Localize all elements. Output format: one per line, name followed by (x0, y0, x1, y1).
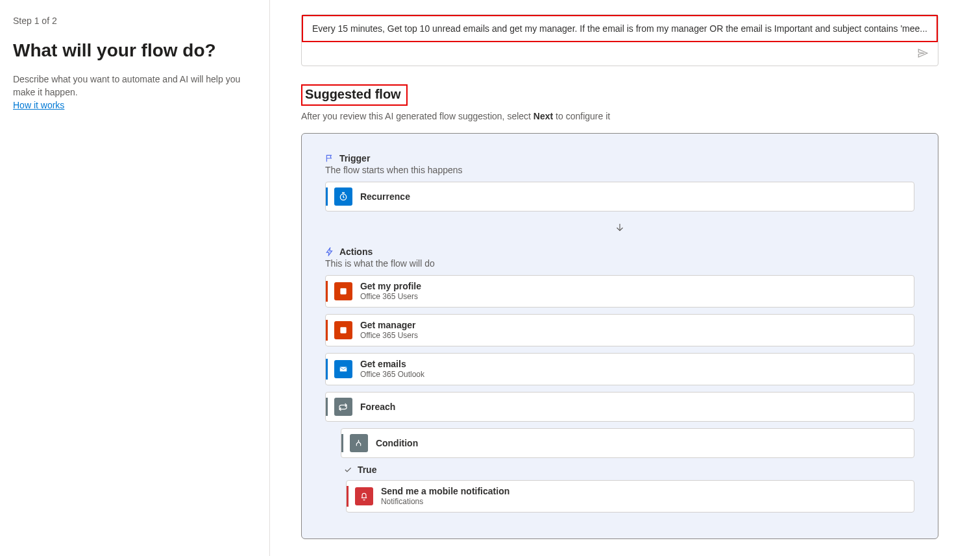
right-pane: Every 15 minutes, Get top 10 unread emai… (270, 0, 980, 556)
card-notification-title: Send me a mobile notification (381, 486, 509, 497)
outlook-icon (334, 360, 352, 378)
svg-rect-2 (340, 327, 346, 333)
condition-true-branch: True (343, 465, 914, 475)
loop-icon (334, 398, 352, 416)
trigger-label: Trigger (339, 153, 370, 163)
send-icon[interactable] (917, 47, 929, 59)
card-notification[interactable]: Send me a mobile notification Notificati… (346, 480, 914, 513)
card-get-emails[interactable]: Get emails Office 365 Outlook (325, 353, 914, 385)
svg-rect-3 (340, 367, 347, 372)
card-condition[interactable]: Condition (341, 428, 914, 458)
suggested-sub-after: to configure it (553, 111, 610, 121)
card-recurrence[interactable]: Recurrence (325, 182, 914, 212)
flow-canvas: Trigger The flow starts when this happen… (301, 133, 938, 539)
suggested-flow-subtext: After you review this AI generated flow … (301, 111, 938, 121)
how-it-works-link[interactable]: How it works (13, 100, 64, 110)
suggested-sub-bold: Next (533, 111, 553, 121)
actions-subtext: This is what the flow will do (325, 258, 914, 269)
office-users-icon (334, 282, 352, 300)
arrow-down-icon (325, 222, 914, 234)
lightning-icon (325, 247, 334, 256)
svg-rect-1 (340, 288, 346, 294)
suggested-sub-before: After you review this AI generated flow … (301, 111, 533, 121)
actions-section-head: Actions (325, 247, 914, 257)
prompt-input[interactable]: Every 15 minutes, Get top 10 unread emai… (302, 15, 938, 42)
card-notification-subtitle: Notifications (381, 497, 509, 507)
card-get-emails-subtitle: Office 365 Outlook (360, 370, 424, 380)
trigger-subtext: The flow starts when this happens (325, 165, 914, 175)
page-description: Describe what you want to automate and A… (13, 73, 256, 99)
bell-icon (355, 487, 373, 505)
card-get-profile-title: Get my profile (360, 281, 421, 292)
page-title: What will your flow do? (13, 40, 256, 61)
card-recurrence-title: Recurrence (360, 191, 410, 202)
step-label: Step 1 of 2 (13, 16, 256, 26)
card-get-manager-subtitle: Office 365 Users (360, 331, 418, 341)
card-get-profile-subtitle: Office 365 Users (360, 292, 421, 302)
card-get-manager[interactable]: Get manager Office 365 Users (325, 314, 914, 346)
trigger-section-head: Trigger (325, 153, 914, 163)
clock-icon (334, 187, 352, 206)
flag-icon (325, 154, 334, 163)
card-get-manager-title: Get manager (360, 320, 418, 331)
suggested-flow-heading: Suggested flow (301, 84, 408, 106)
prompt-box: Every 15 minutes, Get top 10 unread emai… (301, 14, 938, 66)
check-icon (343, 465, 352, 474)
condition-icon (350, 434, 368, 452)
card-foreach-title: Foreach (360, 402, 395, 413)
card-condition-title: Condition (376, 438, 418, 449)
left-pane: Step 1 of 2 What will your flow do? Desc… (0, 0, 270, 556)
card-get-profile[interactable]: Get my profile Office 365 Users (325, 275, 914, 308)
card-get-emails-title: Get emails (360, 359, 424, 370)
actions-label: Actions (339, 247, 373, 257)
office-users-icon (334, 321, 352, 339)
true-label: True (358, 465, 377, 475)
card-foreach[interactable]: Foreach (325, 392, 914, 422)
